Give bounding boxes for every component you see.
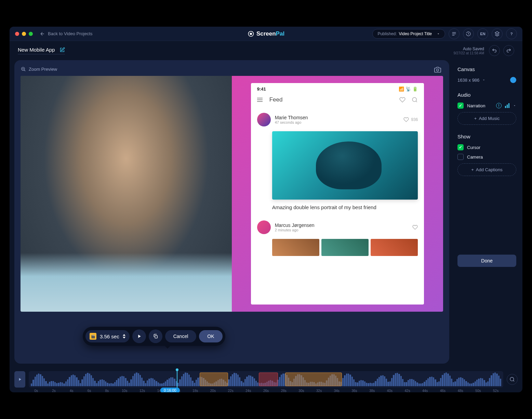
canvas-size-value: 1638 x 986 bbox=[457, 78, 479, 83]
zoom-preview-button[interactable]: Zoom Preview bbox=[21, 66, 443, 72]
done-button[interactable]: Done bbox=[457, 255, 516, 267]
phone-header: Feed bbox=[251, 92, 424, 108]
publish-prefix: Published: bbox=[377, 31, 397, 36]
svg-point-1 bbox=[250, 33, 252, 35]
timeline-tick: 24s bbox=[239, 389, 257, 392]
subheader: New Mobile App Auto Saved 9/27/22 at 11:… bbox=[10, 41, 522, 60]
hamburger-icon bbox=[257, 98, 263, 102]
cursor-checkbox[interactable] bbox=[457, 144, 464, 150]
audio-levels-icon[interactable] bbox=[505, 103, 509, 108]
svg-point-6 bbox=[510, 377, 514, 381]
maximize-window-icon[interactable] bbox=[29, 32, 33, 36]
post-caption: Amazing double lens portrait of my best … bbox=[272, 204, 418, 211]
history-button[interactable] bbox=[463, 28, 474, 39]
project-title-field[interactable]: New Mobile App bbox=[18, 47, 65, 54]
chevron-down-icon[interactable] bbox=[513, 104, 516, 107]
list-button[interactable] bbox=[449, 28, 460, 39]
timeline-zoom-button[interactable] bbox=[507, 374, 518, 385]
timeline-segment[interactable] bbox=[200, 373, 228, 386]
timeline-play-button[interactable] bbox=[14, 371, 25, 388]
play-button[interactable] bbox=[132, 329, 146, 343]
play-icon bbox=[136, 334, 142, 339]
publish-title: Video Project Title bbox=[399, 31, 432, 36]
redo-button[interactable] bbox=[503, 45, 514, 56]
screenshot-button[interactable] bbox=[434, 66, 441, 75]
avatar bbox=[257, 113, 271, 126]
timeline-tick: 32s bbox=[310, 389, 328, 392]
post-time: 2 minutes ago bbox=[275, 228, 315, 232]
help-button[interactable]: ? bbox=[506, 28, 517, 39]
back-label: Back to Video Projects bbox=[48, 31, 93, 36]
play-icon bbox=[17, 377, 22, 382]
timeline-tick: 22s bbox=[222, 389, 240, 392]
heart-icon bbox=[399, 97, 405, 103]
edit-icon[interactable] bbox=[59, 47, 65, 53]
back-button[interactable]: Back to Video Projects bbox=[40, 31, 93, 37]
history-icon bbox=[466, 31, 471, 37]
minimize-window-icon[interactable] bbox=[22, 32, 26, 36]
window-controls bbox=[15, 32, 33, 36]
camera-row[interactable]: Camera bbox=[457, 154, 516, 160]
post-thumbnails bbox=[272, 239, 418, 256]
signal-icons: 📶📡🔋 bbox=[399, 86, 418, 92]
phone-status-bar: 9:41 📶📡🔋 bbox=[251, 86, 424, 92]
canvas-size-dropdown[interactable]: 1638 x 986 bbox=[457, 77, 516, 83]
heart-icon bbox=[403, 117, 409, 122]
post-likes: 936 bbox=[403, 117, 418, 122]
cursor-row[interactable]: Cursor bbox=[457, 144, 516, 150]
search-icon bbox=[412, 97, 418, 103]
timeline-tick: 20s bbox=[204, 389, 222, 392]
project-title-text: New Mobile App bbox=[18, 47, 55, 53]
post-author: Marcus Jørgensen bbox=[275, 222, 315, 228]
chevron-down-icon[interactable] bbox=[123, 337, 125, 339]
autosave-time: 9/27/22 at 11:58 AM bbox=[453, 51, 484, 55]
redo-icon bbox=[506, 48, 511, 53]
post-image bbox=[272, 131, 418, 200]
language-button[interactable]: EN bbox=[477, 28, 488, 39]
cursor-label: Cursor bbox=[467, 145, 480, 150]
person-image bbox=[21, 76, 232, 312]
timeline-tick: 2s bbox=[45, 389, 63, 392]
publish-dropdown[interactable]: Published: Video Project Title bbox=[372, 29, 445, 39]
layers-button[interactable] bbox=[492, 28, 503, 39]
timeline-tick: 18s bbox=[186, 389, 204, 392]
cancel-button[interactable]: Cancel bbox=[165, 330, 197, 342]
preview-canvas[interactable]: 9:41 📶📡🔋 Feed bbox=[21, 76, 443, 312]
chevron-up-icon[interactable] bbox=[123, 334, 125, 336]
autosave-label: Auto Saved bbox=[453, 46, 484, 51]
plus-icon: + bbox=[471, 167, 474, 172]
timeline-segment[interactable] bbox=[259, 373, 278, 386]
copy-button[interactable] bbox=[149, 329, 162, 343]
ok-button[interactable]: OK bbox=[199, 330, 222, 342]
timeline-tick: 40s bbox=[381, 389, 399, 392]
autosave-status: Auto Saved 9/27/22 at 11:58 AM bbox=[453, 46, 484, 55]
screen-preview: 9:41 📶📡🔋 Feed bbox=[232, 76, 443, 312]
camera-checkbox[interactable] bbox=[457, 154, 464, 160]
list-icon bbox=[451, 31, 457, 37]
add-music-button[interactable]: + Add Music bbox=[457, 112, 516, 125]
duration-stepper[interactable]: 🎬 3.56 sec bbox=[85, 330, 130, 342]
clip-toolbar: 🎬 3.56 sec Cancel OK bbox=[83, 327, 225, 346]
narration-checkbox[interactable] bbox=[457, 103, 464, 109]
show-section-title: Show bbox=[457, 134, 516, 139]
close-window-icon[interactable] bbox=[15, 32, 19, 36]
timeline-tick: 36s bbox=[346, 389, 363, 392]
svg-point-3 bbox=[437, 69, 439, 71]
app-logo: ScreenPal bbox=[248, 30, 284, 37]
phone-time: 9:41 bbox=[257, 86, 266, 92]
chevron-down-icon bbox=[482, 78, 486, 82]
timeline-track[interactable] bbox=[29, 371, 503, 388]
post-likes bbox=[412, 225, 418, 230]
feed-post: Marcus Jørgensen 2 minutes ago bbox=[251, 216, 424, 261]
timeline-tick: 50s bbox=[469, 389, 487, 392]
timeline-segment[interactable] bbox=[285, 373, 342, 386]
camera-icon bbox=[434, 66, 441, 73]
undo-icon bbox=[492, 48, 497, 53]
add-captions-button[interactable]: + Add Captions bbox=[457, 163, 516, 176]
info-icon[interactable]: ! bbox=[496, 103, 502, 108]
app-window: Back to Video Projects ScreenPal Publish… bbox=[10, 27, 522, 392]
undo-button[interactable] bbox=[489, 45, 500, 56]
timeline-tick: 28s bbox=[275, 389, 293, 392]
narration-row[interactable]: Narration ! bbox=[457, 103, 516, 109]
canvas-color-swatch[interactable] bbox=[510, 77, 516, 83]
